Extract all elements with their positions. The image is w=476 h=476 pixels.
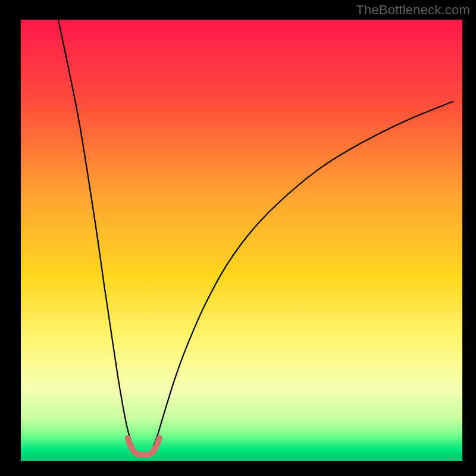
bottleneck-chart [0, 0, 476, 476]
watermark-text: TheBottleneck.com [356, 2, 470, 18]
gradient-background [21, 20, 462, 461]
chart-frame: TheBottleneck.com [0, 0, 476, 476]
